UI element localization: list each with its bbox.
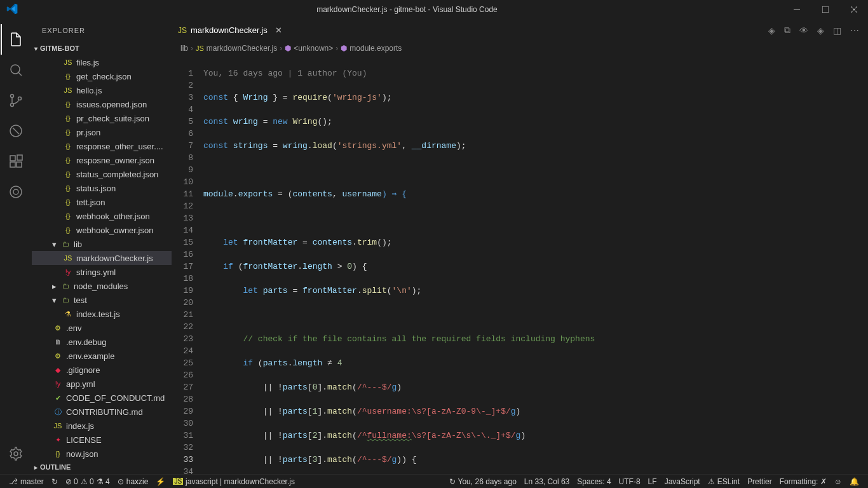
sb-live[interactable]: ⚡ — [152, 475, 169, 488]
more-actions-icon[interactable]: ⋯ — [850, 25, 859, 36]
chevron-right-icon: › — [191, 44, 193, 53]
file-item[interactable]: {}pr.json — [32, 125, 172, 139]
gitlens-toggle-icon[interactable]: ⧉ — [784, 25, 790, 36]
svg-line-10 — [13, 128, 19, 134]
js-icon: JS — [178, 26, 187, 35]
file-item[interactable]: {}response_other_user.... — [32, 139, 172, 153]
folder-icon: 🗀 — [60, 296, 71, 304]
folder-item-test[interactable]: ▾🗀test — [32, 293, 172, 307]
gitlens-annotation: You, 16 days ago | 1 author (You) — [203, 67, 868, 79]
titlebar: markdownChecker.js - gitme-bot - Visual … — [0, 0, 868, 19]
sb-user[interactable]: ⊙haxzie — [114, 475, 153, 488]
file-item[interactable]: ✦LICENSE — [32, 433, 172, 447]
close-button[interactable] — [839, 0, 868, 19]
sb-lang-status[interactable]: JS javascript | markdownChecker.js — [169, 475, 299, 488]
chevron-right-icon: ▸ — [34, 464, 37, 471]
project-section-header[interactable]: ▾GITME-BOT — [32, 41, 172, 55]
file-item[interactable]: JSindex.js — [32, 419, 172, 433]
json-icon: {} — [62, 184, 74, 192]
liveshare-activity-icon[interactable] — [1, 177, 31, 207]
editor-tab-active[interactable]: JS markdownChecker.js ✕ — [172, 19, 289, 41]
explorer-activity-icon[interactable] — [1, 24, 31, 55]
file-item[interactable]: {}status.json — [32, 181, 172, 195]
file-item[interactable]: ⚙.env.example — [32, 349, 172, 363]
js-badge-icon: JS — [173, 478, 183, 485]
gitlens-compare-icon[interactable]: ◈ — [768, 25, 775, 36]
sb-spaces[interactable]: Spaces: 4 — [573, 477, 614, 486]
sb-eslint[interactable]: ⚠ESLint — [704, 477, 743, 486]
svg-point-16 — [14, 452, 18, 456]
sync-icon: ↻ — [51, 477, 58, 486]
json-icon: {} — [62, 114, 74, 122]
breadcrumb-segment[interactable]: ⬢ module.exports — [341, 44, 402, 53]
chevron-down-icon: ▾ — [52, 240, 60, 249]
search-activity-icon[interactable] — [1, 55, 31, 85]
file-item[interactable]: JSfiles.js — [32, 55, 172, 69]
breadcrumb[interactable]: lib › JS markdownChecker.js › ⬢ <unknown… — [172, 41, 868, 55]
file-item[interactable]: {}resposne_owner.json — [32, 153, 172, 167]
file-item[interactable]: {}webhook_owner.json — [32, 223, 172, 237]
sb-notifications[interactable]: 🔔 — [846, 477, 863, 486]
sidebar: EXPLORER ▾GITME-BOT JSfiles.js {}get_che… — [32, 19, 172, 474]
file-item[interactable]: {}get_check.json — [32, 69, 172, 83]
json-icon: {} — [62, 100, 74, 108]
file-item[interactable]: ⚗index.test.js — [32, 307, 172, 321]
file-item[interactable]: ⓘCONTRIBUTING.md — [32, 405, 172, 419]
test-icon: ⚗ — [62, 310, 74, 318]
sb-problems[interactable]: ⊘ 0 ⚠ 0 ⚗ 4 — [62, 475, 114, 488]
editor-area: JS markdownChecker.js ✕ ◈ ⧉ 👁 ◈ ◫ ⋯ lib … — [172, 19, 868, 474]
file-item-active[interactable]: JSmarkdownChecker.js — [32, 251, 172, 265]
folder-item-lib[interactable]: ▾🗀lib — [32, 237, 172, 251]
code-content[interactable]: You, 16 days ago | 1 author (You) const … — [203, 55, 868, 474]
file-item[interactable]: JShello.js — [32, 83, 172, 97]
file-item[interactable]: {}status_completed.json — [32, 167, 172, 181]
sb-branch[interactable]: ⎇master — [5, 475, 48, 488]
js-icon: JS — [62, 254, 74, 262]
sb-formatting[interactable]: Formatting: ✗ — [776, 477, 831, 486]
file-item[interactable]: ⚙.env — [32, 321, 172, 335]
scm-activity-icon[interactable] — [1, 85, 31, 116]
sb-feedback[interactable]: ☺ — [831, 477, 846, 486]
chevron-right-icon: ▸ — [52, 281, 60, 291]
extensions-activity-icon[interactable] — [1, 146, 31, 177]
debug-activity-icon[interactable] — [1, 116, 31, 146]
github-icon: ⊙ — [118, 477, 124, 486]
symbol-icon: ⬢ — [285, 44, 291, 53]
folder-item-node-modules[interactable]: ▸🗀node_modules — [32, 279, 172, 293]
split-editor-icon[interactable]: ◫ — [833, 25, 841, 36]
maximize-button[interactable] — [811, 0, 839, 19]
tabs-bar: JS markdownChecker.js ✕ ◈ ⧉ 👁 ◈ ◫ ⋯ — [172, 19, 868, 41]
sb-gitlens-blame[interactable]: ↻ You, 26 days ago — [445, 477, 520, 486]
file-item[interactable]: ✔CODE_OF_CONDUCT.md — [32, 391, 172, 405]
breadcrumb-segment[interactable]: ⬢ <unknown> — [285, 44, 333, 53]
file-item[interactable]: {}webhook_other.json — [32, 209, 172, 223]
outline-section-header[interactable]: ▸OUTLINE — [32, 460, 172, 474]
file-item[interactable]: !yapp.yml — [32, 377, 172, 391]
svg-rect-1 — [822, 6, 829, 13]
sb-cursor-position[interactable]: Ln 33, Col 63 — [520, 477, 573, 486]
breadcrumb-segment[interactable]: lib — [180, 44, 188, 53]
markdown-icon: ⓘ — [52, 407, 64, 417]
warning-icon: ⚠ — [708, 477, 715, 486]
minimize-button[interactable] — [782, 0, 811, 19]
check-icon: ✔ — [52, 394, 64, 402]
gitlens-history-icon[interactable]: ◈ — [817, 25, 824, 36]
code-editor[interactable]: 1 2 3 4 5 6 7 8 9 10 11 12 13 14 15 16 1… — [172, 55, 868, 474]
file-item[interactable]: {}tett.json — [32, 195, 172, 209]
file-item[interactable]: ◆.gitignore — [32, 363, 172, 377]
sb-language[interactable]: JavaScript — [661, 477, 704, 486]
file-item[interactable]: {}issues.opened.json — [32, 97, 172, 111]
close-icon[interactable]: ✕ — [275, 25, 282, 35]
breadcrumb-segment[interactable]: JS markdownChecker.js — [196, 44, 277, 53]
file-item[interactable]: !ystrings.yml — [32, 265, 172, 279]
gitlens-blame-icon[interactable]: 👁 — [799, 25, 808, 36]
file-tree[interactable]: JSfiles.js {}get_check.json JShello.js {… — [32, 55, 172, 460]
sb-prettier[interactable]: Prettier — [743, 477, 776, 486]
file-item[interactable]: {}now.json — [32, 447, 172, 460]
file-item[interactable]: {}pr_check_suite.json — [32, 111, 172, 125]
file-item[interactable]: 🗎.env.debug — [32, 335, 172, 349]
sb-sync[interactable]: ↻ — [48, 475, 62, 488]
settings-activity-icon[interactable] — [1, 438, 31, 469]
sb-encoding[interactable]: UTF-8 — [615, 477, 644, 486]
sb-eol[interactable]: LF — [644, 477, 661, 486]
